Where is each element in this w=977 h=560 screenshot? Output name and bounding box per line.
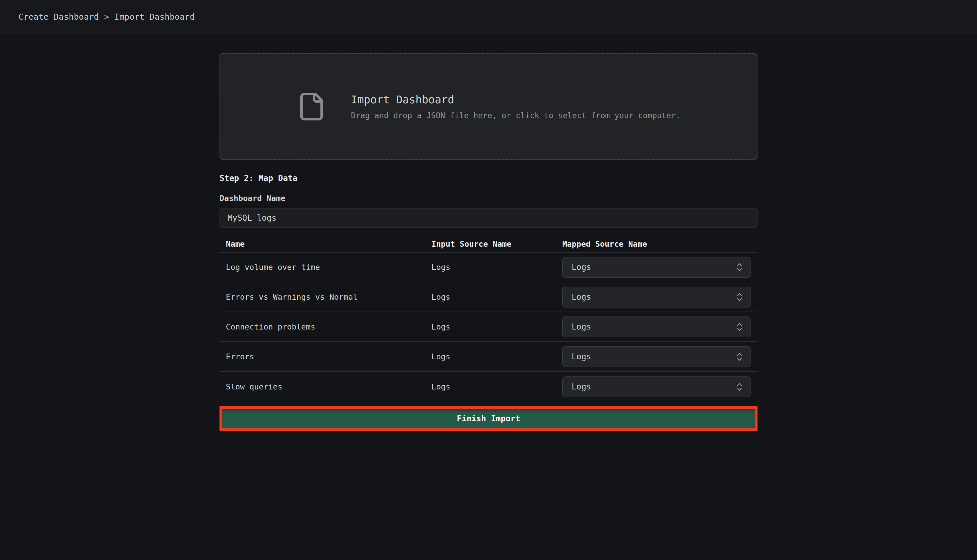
step-heading: Step 2: Map Data: [220, 173, 757, 183]
dropzone-subtitle: Drag and drop a JSON file here, or click…: [351, 111, 680, 120]
file-icon: [297, 92, 327, 122]
row-name: Log volume over time: [226, 263, 432, 272]
top-bar: Create Dashboard > Import Dashboard: [0, 0, 977, 34]
breadcrumb: Create Dashboard > Import Dashboard: [18, 12, 195, 22]
mapped-source-select[interactable]: Logs: [562, 346, 750, 367]
table-row: Connection problems Logs Logs: [220, 312, 757, 342]
dropzone-title: Import Dashboard: [351, 93, 680, 106]
dropzone-text: Import Dashboard Drag and drop a JSON fi…: [351, 93, 680, 120]
row-input-source: Logs: [432, 352, 562, 361]
row-input-source: Logs: [432, 382, 562, 391]
dashboard-name-input[interactable]: [220, 208, 757, 228]
row-name: Errors vs Warnings vs Normal: [226, 292, 432, 302]
chevron-up-down-icon: [735, 262, 744, 272]
row-input-source: Logs: [432, 322, 562, 331]
mapped-source-select-value: Logs: [572, 352, 591, 362]
row-name: Slow queries: [226, 382, 432, 391]
header-name: Name: [226, 240, 432, 248]
breadcrumb-import-dashboard: Import Dashboard: [114, 12, 195, 22]
mapped-source-select[interactable]: Logs: [562, 377, 750, 397]
mapped-source-select[interactable]: Logs: [562, 287, 750, 308]
mapped-source-select-value: Logs: [572, 262, 591, 272]
table-row: Log volume over time Logs Logs: [220, 252, 757, 282]
main-content: Import Dashboard Drag and drop a JSON fi…: [220, 34, 757, 431]
finish-import-button[interactable]: Finish Import: [222, 409, 755, 428]
row-name: Errors: [226, 352, 432, 361]
mapped-source-select[interactable]: Logs: [562, 257, 750, 278]
chevron-up-down-icon: [735, 352, 744, 362]
table-header-row: Name Input Source Name Mapped Source Nam…: [220, 236, 757, 252]
row-input-source: Logs: [432, 263, 562, 272]
table-row: Slow queries Logs Logs: [220, 372, 757, 402]
file-dropzone[interactable]: Import Dashboard Drag and drop a JSON fi…: [220, 53, 757, 160]
mapped-source-select-value: Logs: [572, 382, 591, 392]
mapped-source-select[interactable]: Logs: [562, 317, 750, 337]
chevron-up-down-icon: [735, 322, 744, 332]
row-name: Connection problems: [226, 322, 432, 331]
header-input-source-name: Input Source Name: [432, 240, 562, 248]
finish-import-highlight: Finish Import: [220, 406, 757, 431]
breadcrumb-create-dashboard[interactable]: Create Dashboard: [18, 12, 99, 22]
breadcrumb-separator: >: [104, 12, 109, 22]
chevron-up-down-icon: [735, 292, 744, 302]
row-input-source: Logs: [432, 292, 562, 302]
dashboard-name-label: Dashboard Name: [220, 194, 757, 203]
header-mapped-source-name: Mapped Source Name: [562, 240, 757, 248]
mapping-table: Name Input Source Name Mapped Source Nam…: [220, 236, 757, 402]
chevron-up-down-icon: [735, 382, 744, 392]
table-row: Errors vs Warnings vs Normal Logs Logs: [220, 282, 757, 312]
table-body: Log volume over time Logs Logs Errors vs…: [220, 252, 757, 402]
mapped-source-select-value: Logs: [572, 322, 591, 332]
table-row: Errors Logs Logs: [220, 342, 757, 372]
mapped-source-select-value: Logs: [572, 292, 591, 302]
